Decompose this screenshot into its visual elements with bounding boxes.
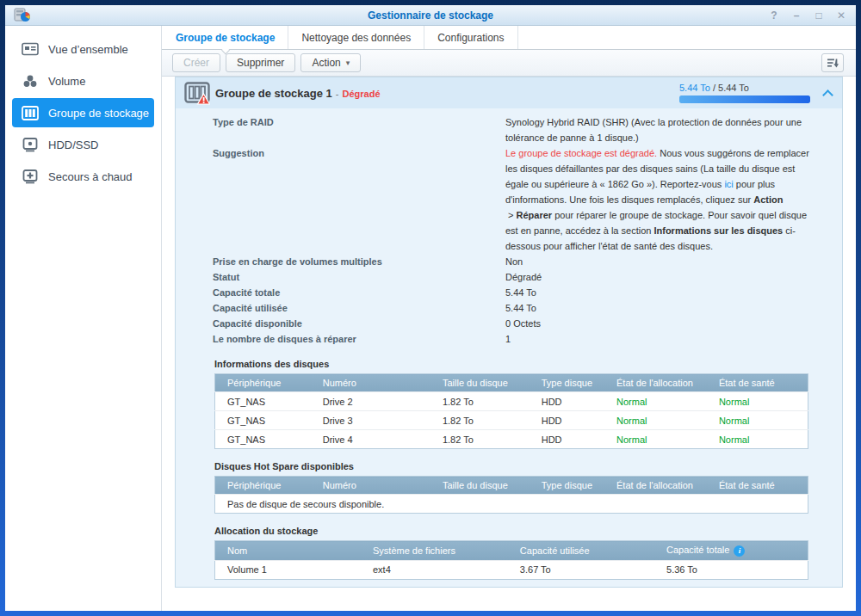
cell-health-status: Normal bbox=[707, 430, 808, 449]
info-icon[interactable]: i bbox=[734, 545, 745, 557]
cell-number: Drive 4 bbox=[311, 430, 430, 449]
maximize-button[interactable]: □ bbox=[813, 9, 825, 22]
suggestion-body: > bbox=[505, 210, 517, 220]
chevron-down-icon: ▾ bbox=[346, 59, 350, 67]
help-button[interactable]: ? bbox=[768, 9, 780, 22]
detail-label: Suggestion bbox=[213, 145, 505, 254]
tab-bar: Groupe de stockage Nettoyage des données… bbox=[162, 26, 856, 50]
detail-label: Le nombre de disques à réparer bbox=[213, 331, 505, 347]
detail-row: Statut Dégradé bbox=[176, 269, 842, 285]
allocation-section: Allocation du stockage Nom Système de fi… bbox=[176, 526, 842, 580]
cell-type: HDD bbox=[530, 430, 604, 449]
disk-info-section: Informations des disques Périphérique Nu… bbox=[176, 359, 842, 449]
action-button[interactable]: Action ▾ bbox=[300, 53, 361, 72]
tab-data-scrubbing[interactable]: Nettoyage des données bbox=[288, 26, 424, 49]
sort-icon bbox=[827, 58, 839, 69]
tab-label: Nettoyage des données bbox=[301, 32, 411, 44]
chevron-up-icon[interactable] bbox=[822, 89, 833, 101]
column-header: Numéro bbox=[311, 374, 430, 392]
column-header: État de santé bbox=[707, 477, 808, 495]
close-button[interactable]: ✕ bbox=[835, 9, 847, 22]
sidebar-item-label: Volume bbox=[48, 75, 85, 88]
detail-value: Non bbox=[505, 254, 816, 269]
suggestion-bold: Réparer bbox=[517, 210, 553, 220]
capacity-separator: / bbox=[710, 83, 718, 93]
detail-value: Synology Hybrid RAID (SHR) (Avec la prot… bbox=[505, 114, 816, 145]
storage-pool-header[interactable]: Groupe de stockage 1 - Dégradé 5.44 To /… bbox=[176, 77, 842, 108]
detail-label: Type de RAID bbox=[213, 114, 505, 145]
tab-configurations[interactable]: Configurations bbox=[424, 26, 517, 49]
window-title: Gestionnaire de stockage bbox=[5, 9, 856, 22]
minimize-button[interactable]: – bbox=[790, 9, 802, 22]
toolbar: Créer Supprimer Action ▾ bbox=[162, 50, 856, 77]
sidebar-item-overview[interactable]: Vue d’ensemble bbox=[12, 34, 154, 64]
column-header: Système de fichiers bbox=[361, 541, 508, 561]
table-header-row: Nom Système de fichiers Capacité utilisé… bbox=[215, 541, 808, 561]
sidebar: Vue d’ensemble Volume Groupe de stockage… bbox=[5, 26, 162, 611]
cell-size: 1.82 To bbox=[430, 392, 530, 411]
column-header: État de santé bbox=[707, 374, 808, 392]
suggestion-alert: Le groupe de stockage est dégradé. bbox=[505, 148, 657, 158]
suggestion-text: Le groupe de stockage est dégradé. Nous … bbox=[505, 145, 816, 254]
column-header: Taille du disque bbox=[430, 477, 530, 495]
action-button-label: Action bbox=[312, 57, 340, 69]
storage-pool-degraded-icon bbox=[183, 82, 212, 105]
cell-type: HDD bbox=[530, 411, 604, 430]
delete-button[interactable]: Supprimer bbox=[226, 53, 295, 72]
detail-label: Capacité utilisée bbox=[213, 300, 505, 316]
empty-row: Pas de disque de secours disponible. bbox=[215, 495, 808, 514]
detail-value: Dégradé bbox=[505, 269, 816, 285]
status-separator: - bbox=[336, 89, 339, 99]
sidebar-item-volume[interactable]: Volume bbox=[12, 66, 154, 95]
titlebar: Gestionnaire de stockage ? – □ ✕ bbox=[5, 5, 856, 26]
capacity-block: 5.44 To / 5.44 To bbox=[679, 83, 810, 103]
overview-icon bbox=[21, 40, 40, 58]
cell-filesystem: ext4 bbox=[361, 560, 508, 579]
cell-device: GT_NAS bbox=[215, 411, 311, 430]
column-header: État de l'allocation bbox=[604, 477, 707, 495]
detail-value: 5.44 To bbox=[505, 300, 816, 316]
hdd-icon bbox=[21, 136, 40, 153]
disk-row[interactable]: GT_NAS Drive 2 1.82 To HDD Normal Normal bbox=[215, 392, 808, 411]
cell-device: GT_NAS bbox=[215, 392, 311, 411]
column-header: État de l'allocation bbox=[604, 374, 707, 392]
tab-storage-pool[interactable]: Groupe de stockage bbox=[163, 26, 288, 49]
capacity-total: 5.44 To bbox=[718, 83, 749, 93]
storage-manager-window: Gestionnaire de stockage ? – □ ✕ Vue d’e… bbox=[5, 5, 856, 611]
sidebar-item-hdd-ssd[interactable]: HDD/SSD bbox=[12, 130, 154, 159]
sort-button[interactable] bbox=[821, 53, 844, 72]
sidebar-item-label: Secours à chaud bbox=[48, 170, 133, 183]
column-header-label: Capacité totale bbox=[666, 545, 729, 555]
cell-total-capacity: 5.36 To bbox=[654, 560, 808, 579]
empty-message: Pas de disque de secours disponible. bbox=[215, 495, 808, 514]
content-area: Groupe de stockage 1 - Dégradé 5.44 To /… bbox=[162, 77, 856, 611]
sidebar-item-hot-spare[interactable]: Secours à chaud bbox=[12, 162, 154, 191]
capacity-text: 5.44 To / 5.44 To bbox=[679, 83, 810, 93]
tab-label: Groupe de stockage bbox=[176, 32, 275, 44]
detail-label: Capacité disponible bbox=[213, 316, 505, 331]
suggestion-link[interactable]: ici bbox=[724, 179, 733, 189]
table-header-row: Périphérique Numéro Taille du disque Typ… bbox=[215, 477, 808, 495]
disk-info-table: Périphérique Numéro Taille du disque Typ… bbox=[214, 373, 808, 449]
storage-manager-app-icon bbox=[14, 8, 31, 22]
create-button[interactable]: Créer bbox=[172, 53, 220, 72]
cell-health-status: Normal bbox=[707, 411, 808, 430]
tab-label: Configurations bbox=[437, 32, 504, 44]
table-header-row: Périphérique Numéro Taille du disque Typ… bbox=[215, 374, 808, 392]
sidebar-item-storage-pool[interactable]: Groupe de stockage bbox=[12, 98, 154, 127]
detail-value: 1 bbox=[505, 331, 816, 347]
storage-pool-panel: Groupe de stockage 1 - Dégradé 5.44 To /… bbox=[175, 77, 843, 588]
column-header: Type disque bbox=[530, 477, 604, 495]
capacity-bar bbox=[679, 95, 810, 103]
column-header: Type disque bbox=[530, 374, 604, 392]
disk-row[interactable]: GT_NAS Drive 4 1.82 To HDD Normal Normal bbox=[215, 430, 808, 449]
cell-health-status: Normal bbox=[707, 392, 808, 411]
section-title: Allocation du stockage bbox=[214, 526, 808, 536]
column-header: Capacité totalei bbox=[654, 541, 808, 561]
detail-row: Capacité utilisée 5.44 To bbox=[176, 300, 842, 316]
detail-row: Prise en charge de volumes multiples Non bbox=[176, 254, 842, 269]
column-header: Taille du disque bbox=[430, 374, 530, 392]
disk-row[interactable]: GT_NAS Drive 3 1.82 To HDD Normal Normal bbox=[215, 411, 808, 430]
volume-row[interactable]: Volume 1 ext4 3.67 To 5.36 To bbox=[215, 560, 808, 579]
column-header: Capacité utilisée bbox=[508, 541, 654, 561]
